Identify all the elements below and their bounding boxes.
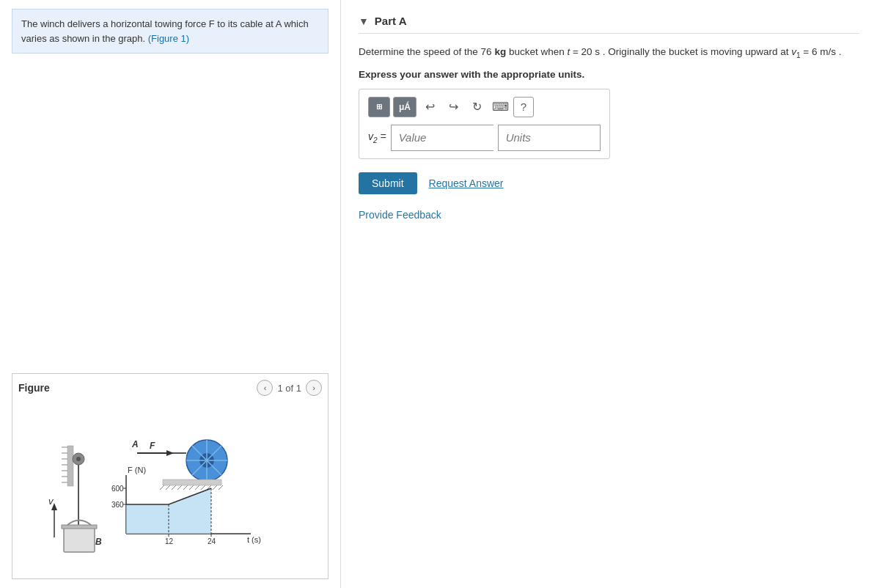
mu-button[interactable]: μÁ <box>393 97 417 117</box>
answer-label: v2 = <box>368 131 386 144</box>
part-description: Determine the speed of the 76 kg bucket … <box>359 44 859 62</box>
units-input[interactable] <box>498 125 601 151</box>
svg-text:F: F <box>150 441 155 451</box>
help-button[interactable]: ? <box>513 97 534 117</box>
help-icon: ? <box>521 100 526 113</box>
equation-editor: ⊞ μÁ ↩ ↪ ↻ ⌨ ? <box>359 89 610 159</box>
left-panel: The winch delivers a horizontal towing f… <box>0 0 341 588</box>
express-answer-label: Express your answer with the appropriate… <box>359 69 859 80</box>
svg-text:F (N): F (N) <box>128 466 146 474</box>
svg-text:t (s): t (s) <box>247 535 261 544</box>
undo-button[interactable]: ↩ <box>419 97 440 117</box>
figure-link[interactable]: (Figure 1) <box>148 33 189 44</box>
svg-point-28 <box>76 457 81 461</box>
figure-header: Figure ‹ 1 of 1 › <box>18 380 322 396</box>
request-answer-button[interactable]: Request Answer <box>429 177 504 189</box>
refresh-button[interactable]: ↻ <box>466 97 487 117</box>
svg-text:B: B <box>95 537 102 547</box>
value-input[interactable] <box>391 125 493 151</box>
figure-navigation: ‹ 1 of 1 › <box>257 380 322 396</box>
refresh-icon: ↻ <box>472 100 482 114</box>
right-panel: ▼ Part A Determine the speed of the 76 k… <box>341 0 877 588</box>
svg-text:12: 12 <box>165 537 174 545</box>
equation-toolbar: ⊞ μÁ ↩ ↪ ↻ ⌨ ? <box>368 97 601 117</box>
figure-title: Figure <box>18 382 50 394</box>
svg-text:600: 600 <box>111 485 124 493</box>
keyboard-icon: ⌨ <box>492 100 509 114</box>
redo-icon: ↪ <box>449 100 458 114</box>
mu-icon: μÁ <box>399 102 411 112</box>
figure-prev-button[interactable]: ‹ <box>257 380 273 396</box>
figure-image: A F <box>18 402 322 573</box>
figure-page-indicator: 1 of 1 <box>277 383 301 394</box>
answer-input-row: v2 = <box>368 125 601 151</box>
action-row: Submit Request Answer <box>359 172 859 194</box>
svg-text:24: 24 <box>208 537 216 545</box>
svg-text:360: 360 <box>111 501 124 509</box>
provide-feedback-link[interactable]: Provide Feedback <box>359 209 441 221</box>
part-header: ▼ Part A <box>359 15 859 34</box>
split-view-icon: ⊞ <box>376 103 382 111</box>
keyboard-button[interactable]: ⌨ <box>490 97 510 117</box>
figure-section: Figure ‹ 1 of 1 › <box>12 373 329 579</box>
redo-button[interactable]: ↪ <box>443 97 463 117</box>
part-a-section: ▼ Part A Determine the speed of the 76 k… <box>359 15 859 221</box>
split-view-button[interactable]: ⊞ <box>368 97 390 117</box>
diagram-svg: A F <box>18 402 322 570</box>
submit-button[interactable]: Submit <box>359 172 417 194</box>
part-title: Part A <box>375 15 407 27</box>
undo-icon: ↩ <box>425 100 435 114</box>
svg-rect-19 <box>67 446 73 486</box>
svg-rect-7 <box>163 479 221 485</box>
svg-text:A: A <box>131 439 139 449</box>
svg-rect-37 <box>62 525 97 529</box>
figure-next-button[interactable]: › <box>306 380 322 396</box>
svg-rect-36 <box>64 526 95 552</box>
part-toggle-icon[interactable]: ▼ <box>359 15 369 27</box>
problem-statement: The winch delivers a horizontal towing f… <box>12 9 329 54</box>
